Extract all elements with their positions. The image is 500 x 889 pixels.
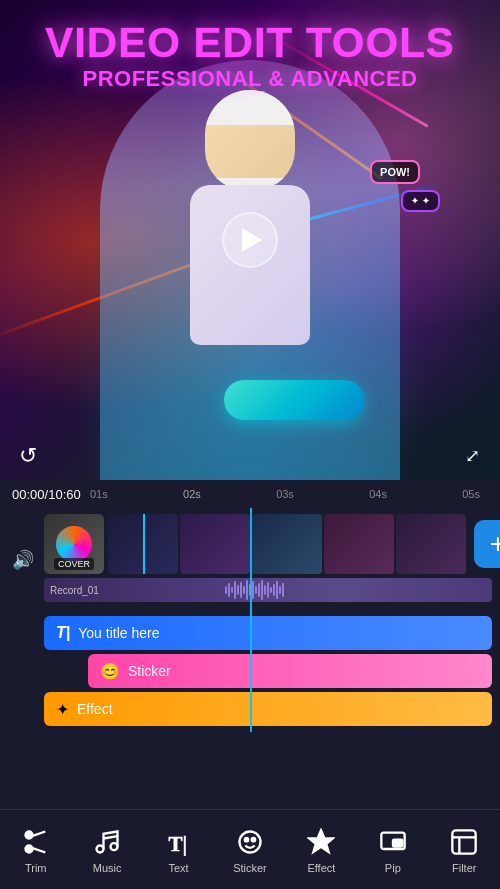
time-marker-3: 03s bbox=[276, 488, 294, 500]
toolbar-item-trim[interactable]: Trim bbox=[0, 826, 71, 874]
pip-label: Pip bbox=[385, 862, 401, 874]
audio-track[interactable]: Record_01 bbox=[44, 578, 492, 602]
sticker-track-icon: 😊 bbox=[100, 662, 120, 681]
toolbar-item-sticker[interactable]: Sticker bbox=[214, 826, 285, 874]
text-track[interactable]: T| You title here bbox=[44, 616, 492, 650]
filter-icon bbox=[448, 826, 480, 858]
trim-label: Trim bbox=[25, 862, 47, 874]
svg-marker-11 bbox=[310, 830, 333, 852]
cover-track: COVER + bbox=[44, 514, 492, 574]
wbar bbox=[231, 587, 233, 593]
person-head bbox=[205, 90, 295, 190]
hero-title-main: VIDEO EDIT TOOLS bbox=[0, 20, 500, 66]
play-button[interactable] bbox=[222, 212, 278, 268]
toolbar-item-pip[interactable]: Pip bbox=[357, 826, 428, 874]
toolbar-item-filter[interactable]: Filter bbox=[429, 826, 500, 874]
effect-track-label: Effect bbox=[77, 701, 113, 717]
svg-line-3 bbox=[32, 847, 45, 852]
hero-video-area: POW! ✦ ✦ VIDEO EDIT TOOLS PROFESSIONAL &… bbox=[0, 0, 500, 480]
wbar bbox=[261, 580, 263, 600]
person-body bbox=[120, 80, 380, 480]
bottom-toolbar: Trim Music T| Text bbox=[0, 809, 500, 889]
wbar bbox=[237, 585, 239, 595]
audio-track-label: Record_01 bbox=[50, 585, 99, 596]
add-clip-button[interactable]: + bbox=[474, 520, 500, 568]
timeline-area: 00:00/10:60 01s 02s 03s 04s 05s 🔊 COVER bbox=[0, 480, 500, 732]
svg-rect-14 bbox=[453, 830, 476, 853]
person-illustration bbox=[100, 60, 400, 480]
wbar bbox=[225, 586, 227, 594]
text-label: Text bbox=[168, 862, 188, 874]
toolbar-item-music[interactable]: Music bbox=[71, 826, 142, 874]
wbar bbox=[240, 582, 242, 598]
effect-icon bbox=[305, 826, 337, 858]
svg-rect-13 bbox=[393, 839, 402, 846]
wbar bbox=[264, 585, 266, 595]
toolbar-item-effect[interactable]: Effect bbox=[286, 826, 357, 874]
svg-point-1 bbox=[25, 845, 32, 852]
sticker-track-label: Sticker bbox=[128, 663, 171, 679]
hero-title-sub: PROFESSIONAL & ADVANCED bbox=[0, 66, 500, 92]
svg-line-2 bbox=[32, 831, 45, 836]
sticker-track[interactable]: 😊 Sticker bbox=[88, 654, 492, 688]
wbar bbox=[276, 581, 278, 599]
toolbar-item-text[interactable]: T| Text bbox=[143, 826, 214, 874]
wbar bbox=[249, 584, 251, 596]
svg-point-0 bbox=[25, 831, 32, 838]
person-hat bbox=[205, 90, 295, 125]
sticker-overlay-2: ✦ ✦ bbox=[401, 190, 440, 212]
wbar bbox=[267, 582, 269, 598]
wbar bbox=[279, 586, 281, 594]
effect-track-icon: ✦ bbox=[56, 700, 69, 719]
filter-label: Filter bbox=[452, 862, 476, 874]
wbar bbox=[273, 584, 275, 596]
effect-track[interactable]: ✦ Effect bbox=[44, 692, 492, 726]
overlay-tracks: T| You title here 😊 Sticker ✦ Effect bbox=[0, 612, 500, 732]
tracks-container: 🔊 COVER + bbox=[0, 508, 500, 612]
effect-label: Effect bbox=[307, 862, 335, 874]
time-markers: 01s 02s 03s 04s 05s bbox=[82, 488, 488, 500]
waveform-bars bbox=[223, 578, 492, 602]
text-track-icon: T| bbox=[56, 624, 70, 642]
text-icon: T| bbox=[163, 826, 195, 858]
svg-point-9 bbox=[245, 837, 249, 841]
clip-highlight-1 bbox=[143, 514, 145, 574]
video-clip-5[interactable] bbox=[396, 514, 466, 574]
video-clips: + bbox=[108, 514, 500, 574]
hero-title-container: VIDEO EDIT TOOLS PROFESSIONAL & ADVANCED bbox=[0, 20, 500, 92]
time-marker-2: 02s bbox=[183, 488, 201, 500]
wbar bbox=[258, 583, 260, 597]
wbar bbox=[252, 581, 254, 599]
play-triangle-icon bbox=[242, 228, 262, 252]
volume-icon[interactable]: 🔊 bbox=[12, 549, 34, 571]
svg-point-10 bbox=[252, 837, 256, 841]
music-icon bbox=[91, 826, 123, 858]
video-clip-3[interactable] bbox=[252, 514, 322, 574]
sticker-label: Sticker bbox=[233, 862, 267, 874]
pip-icon bbox=[377, 826, 409, 858]
svg-point-8 bbox=[239, 831, 260, 852]
video-clip-4[interactable] bbox=[324, 514, 394, 574]
svg-point-4 bbox=[97, 845, 104, 852]
wbar bbox=[228, 583, 230, 597]
svg-text:T|: T| bbox=[168, 832, 187, 856]
time-marker-4: 04s bbox=[369, 488, 387, 500]
time-bar: 00:00/10:60 01s 02s 03s 04s 05s bbox=[0, 480, 500, 508]
undo-button[interactable]: ↺ bbox=[12, 440, 44, 472]
wbar bbox=[246, 580, 248, 600]
wbar bbox=[282, 583, 284, 597]
time-marker-1: 01s bbox=[90, 488, 108, 500]
video-clip-1[interactable] bbox=[108, 514, 178, 574]
cover-thumb-circular bbox=[56, 526, 92, 562]
wbar bbox=[243, 586, 245, 594]
sticker-overlay-1: POW! bbox=[370, 160, 420, 184]
cover-thumbnail[interactable]: COVER bbox=[44, 514, 104, 574]
wbar bbox=[255, 586, 257, 594]
trim-icon bbox=[20, 826, 52, 858]
fullscreen-button[interactable]: ⤢ bbox=[456, 440, 488, 472]
video-clip-2[interactable] bbox=[180, 514, 250, 574]
music-label: Music bbox=[93, 862, 122, 874]
wbar bbox=[270, 587, 272, 593]
svg-point-5 bbox=[111, 843, 118, 850]
svg-line-6 bbox=[104, 836, 118, 838]
